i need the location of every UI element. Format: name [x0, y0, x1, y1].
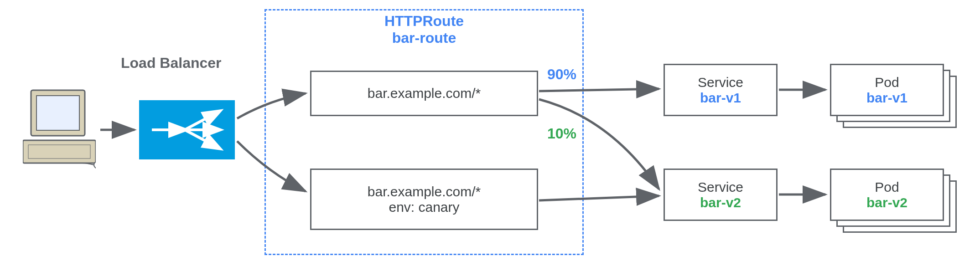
pod-v1-label: Pod: [875, 75, 899, 90]
weight-v1: 90%: [547, 66, 576, 83]
load-balancer-title: Load Balancer: [121, 55, 222, 72]
httproute-name: bar-route: [264, 30, 584, 46]
route-rule-1: bar.example.com/*: [310, 71, 538, 116]
pod-v2-name: bar-v2: [866, 195, 907, 210]
service-v1: Service bar-v1: [664, 64, 778, 116]
route-rule-2-match: bar.example.com/*: [368, 184, 481, 200]
pod-v2-label: Pod: [875, 179, 899, 195]
service-v2-name: bar-v2: [700, 195, 741, 210]
pod-v2: Pod bar-v2: [830, 169, 944, 221]
service-v1-label: Service: [698, 75, 743, 90]
svg-rect-1: [36, 96, 79, 130]
httproute-title-block: HTTPRoute bar-route: [264, 13, 584, 46]
httproute-title: HTTPRoute: [264, 13, 584, 30]
service-v1-name: bar-v1: [700, 90, 741, 106]
route-rule-2: bar.example.com/* env: canary: [310, 169, 538, 230]
weight-v2: 10%: [547, 125, 576, 142]
route-rule-1-match: bar.example.com/*: [368, 86, 481, 101]
svg-rect-3: [28, 145, 90, 159]
pod-v1: Pod bar-v1: [830, 64, 944, 116]
service-v2-label: Service: [698, 179, 743, 195]
pod-v1-name: bar-v1: [866, 90, 907, 106]
service-v2: Service bar-v2: [664, 169, 778, 221]
load-balancer-icon: [139, 100, 235, 159]
computer-icon: [23, 87, 96, 173]
route-rule-2-env: env: canary: [389, 200, 459, 215]
